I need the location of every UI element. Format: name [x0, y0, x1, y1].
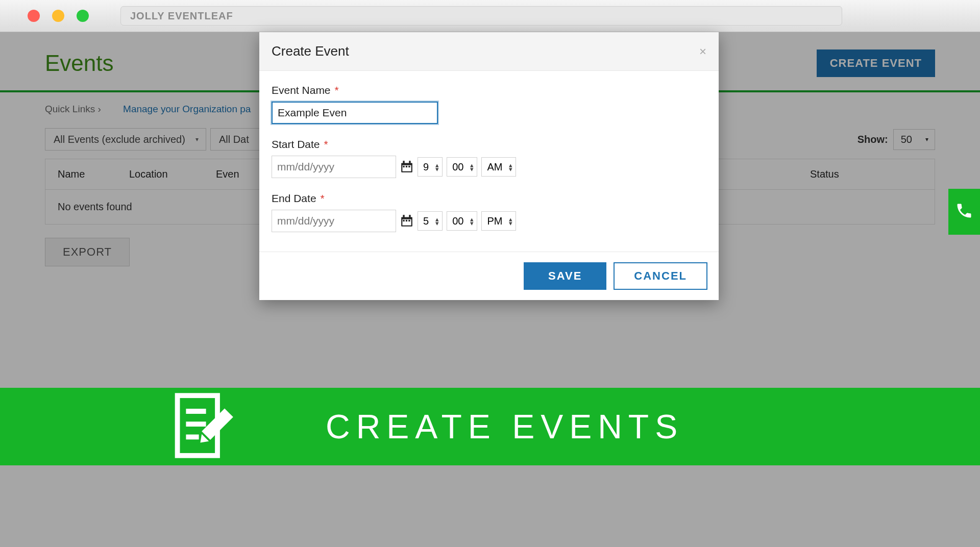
end-hour-stepper[interactable]: 5▴▾ — [418, 211, 443, 231]
create-event-modal: Create Event × Event Name * Start Date *… — [259, 32, 719, 300]
promo-banner-text: CREATE EVENTS — [326, 407, 683, 446]
traffic-lights — [10, 10, 89, 22]
end-date-input[interactable] — [272, 210, 396, 232]
document-edit-icon — [167, 390, 239, 463]
svg-rect-5 — [406, 166, 407, 167]
stepper-arrows-icon: ▴▾ — [435, 217, 439, 225]
svg-rect-3 — [409, 161, 410, 164]
stepper-arrows-icon: ▴▾ — [470, 217, 474, 225]
svg-rect-2 — [403, 161, 404, 164]
end-min-stepper[interactable]: 00▴▾ — [447, 211, 477, 231]
maximize-window-icon[interactable] — [77, 10, 89, 22]
stepper-arrows-icon: ▴▾ — [435, 163, 439, 171]
event-name-label: Event Name * — [272, 84, 706, 96]
svg-rect-12 — [406, 220, 407, 221]
event-name-input[interactable] — [272, 102, 438, 124]
end-date-label: End Date * — [272, 192, 706, 205]
stepper-arrows-icon: ▴▾ — [470, 163, 474, 171]
required-asterisk: * — [332, 84, 339, 96]
start-date-label: Start Date * — [272, 138, 706, 151]
end-ampm-stepper[interactable]: PM▴▾ — [481, 211, 516, 231]
start-hour-stepper[interactable]: 9▴▾ — [418, 157, 443, 177]
svg-rect-11 — [403, 220, 404, 221]
modal-title: Create Event — [272, 43, 349, 59]
minimize-window-icon[interactable] — [52, 10, 64, 22]
required-asterisk: * — [321, 138, 328, 150]
phone-icon — [955, 202, 973, 222]
address-bar-text: JOLLY EVENTLEAF — [130, 10, 233, 22]
svg-rect-6 — [408, 166, 410, 167]
promo-banner: CREATE EVENTS — [0, 388, 980, 465]
start-ampm-stepper[interactable]: AM▴▾ — [481, 157, 516, 177]
required-asterisk: * — [317, 192, 325, 204]
svg-rect-4 — [403, 166, 404, 167]
close-window-icon[interactable] — [28, 10, 40, 22]
svg-rect-10 — [409, 215, 410, 218]
start-date-input[interactable] — [272, 156, 396, 178]
close-icon[interactable]: × — [699, 44, 706, 59]
start-min-stepper[interactable]: 00▴▾ — [447, 157, 477, 177]
stepper-arrows-icon: ▴▾ — [509, 217, 512, 225]
window-titlebar: JOLLY EVENTLEAF — [0, 0, 980, 32]
cancel-button[interactable]: CANCEL — [614, 262, 707, 290]
calendar-icon[interactable] — [400, 214, 413, 228]
svg-rect-13 — [408, 220, 410, 221]
contact-phone-tab[interactable] — [948, 189, 980, 235]
save-button[interactable]: SAVE — [524, 262, 606, 290]
svg-rect-9 — [403, 215, 404, 218]
stepper-arrows-icon: ▴▾ — [509, 163, 512, 171]
address-bar[interactable]: JOLLY EVENTLEAF — [120, 6, 842, 26]
calendar-icon[interactable] — [400, 160, 413, 173]
